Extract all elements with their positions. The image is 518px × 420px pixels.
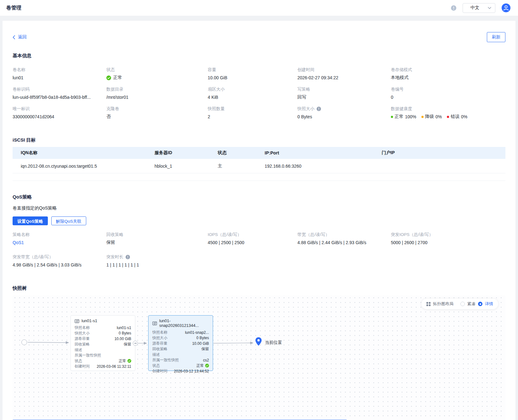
field-burst-bandwidth: 突发带宽（总/读/写） 4.98 GiB/s | 2.54 GiB/s | 3.…	[13, 254, 106, 268]
status-text: 正常	[113, 75, 122, 81]
table-row: iqn.2012-08.cn.ctyunapi.oos:target01.5 h…	[13, 159, 505, 173]
notice-icon[interactable]	[451, 5, 456, 11]
iscsi-title: iSCSI 目标	[13, 137, 505, 143]
layout-label: 拓扑图布局	[433, 301, 453, 307]
health-degraded-dot	[421, 116, 424, 118]
field-unique-id: 唯一标识 330000000741d2064	[13, 106, 106, 120]
field-vol-no: 卷编号 0	[391, 87, 505, 100]
field-iops: IOPS（总/读/写） 4500 | 2500 | 2500	[208, 232, 297, 245]
compact-label[interactable]: 紧凑	[467, 301, 476, 307]
detail-label[interactable]: 详情	[485, 301, 493, 307]
field-data-dir: 数据目录 /mnt/stor01	[106, 87, 208, 100]
field-snap-count: 快照数量 2	[208, 106, 297, 120]
server-cell: hblock_1	[155, 164, 218, 169]
chevron-left-icon	[13, 35, 15, 39]
field-burst-duration: 突发时长 1 | 1 | 1 | 1 | 1 | 1	[106, 254, 208, 268]
health-normal: 正常 100%	[391, 114, 416, 120]
field-sector-size: 扇区大小 4 KiB	[208, 87, 297, 100]
field-vol-id: 卷标识码 lun-uuid-8f59f7b8-0a18-4d5a-b903-bf…	[13, 87, 106, 100]
table-footer	[13, 173, 505, 181]
detail-panel: 返回 刷新 基本信息 卷名称 lun01 状态 正常 容量 10.00 GiB …	[3, 21, 515, 420]
page-title: 卷管理	[6, 5, 21, 11]
health-error: 错误 0%	[447, 114, 467, 120]
iscsi-table-header: IQN名称 服务器ID 状态 IP:Port 门户IP	[13, 147, 505, 159]
grid-layout-icon	[426, 302, 431, 306]
status-ok-icon	[106, 76, 111, 80]
field-created: 创建时间 2026-02-27 09:34:22	[297, 67, 391, 81]
user-avatar[interactable]	[502, 3, 510, 12]
field-reclaim-policy: 回收策略 保留	[106, 232, 208, 245]
field-storage-mode: 卷存储模式 本地模式	[391, 67, 505, 81]
basic-info-grid: 卷名称 lun01 状态 正常 容量 10.00 GiB 创建时间 2026-0…	[13, 67, 505, 120]
field-vol-name: 卷名称 lun01	[13, 67, 106, 81]
tree-root-node[interactable]	[21, 339, 27, 345]
back-link[interactable]: 返回	[13, 34, 27, 40]
health-normal-dot	[391, 116, 393, 118]
location-pin-icon	[255, 337, 262, 346]
field-snap-size: 快照大小 0 Bytes	[297, 106, 391, 120]
snapshot-tree-title: 快照树	[13, 285, 505, 291]
snapshot-icon	[152, 321, 157, 325]
status-cell: 主	[218, 163, 265, 169]
set-qos-button[interactable]: 设置QoS策略	[13, 216, 48, 225]
field-capacity: 容量 10.00 GiB	[208, 67, 297, 81]
language-select[interactable]: 中文	[463, 3, 495, 13]
app-header: 卷管理 中文	[0, 0, 518, 16]
collapse-node-icon[interactable]	[133, 341, 138, 346]
snapshot-icon	[75, 319, 79, 323]
qos-title: QoS策略	[13, 194, 505, 200]
unbind-qos-button[interactable]: 解除QoS关联	[51, 216, 86, 225]
compact-radio[interactable]	[460, 302, 465, 306]
health-degraded: 降级 0%	[421, 114, 442, 120]
iscsi-table: IQN名称 服务器ID 状态 IP:Port 门户IP iqn.2012-08.…	[13, 147, 505, 181]
field-data-health: 数据健康度 正常 100% 降级 0% 错误 0%	[391, 106, 505, 120]
current-position-label: 当前位置	[265, 340, 282, 345]
ip-port-cell: 192.168.0.66:3260	[265, 164, 382, 169]
status-ok-icon	[127, 359, 131, 363]
field-clone: 克隆卷 否	[106, 106, 208, 120]
detail-radio[interactable]	[478, 302, 482, 306]
refresh-button[interactable]: 刷新	[487, 32, 505, 42]
tree-toolbar: 拓扑图布局 紧凑 详情	[421, 299, 498, 309]
health-error-dot	[447, 116, 449, 118]
snapshot-card-lun01-s1[interactable]: lun01-s1 快照名称lun01-s1 快照大小0 Bytes 源卷容量10…	[70, 315, 135, 371]
language-value: 中文	[470, 5, 479, 11]
field-bandwidth: 带宽（总/读/写） 4.88 GiB/s | 2.44 GiB/s | 2.93…	[297, 232, 391, 245]
field-status: 状态 正常	[106, 67, 208, 81]
field-policy-name: 策略名称 QoS1	[13, 232, 106, 245]
status-ok-icon	[205, 364, 209, 367]
field-burst-iops: 突发IOPS（总/读/写） 5000 | 2600 | 2700	[391, 232, 505, 245]
info-icon[interactable]	[317, 107, 321, 111]
qos-policy-link[interactable]: QoS1	[13, 240, 24, 245]
info-icon[interactable]	[126, 255, 130, 259]
field-write-policy: 写策略 回写	[297, 87, 391, 100]
qos-subtitle: 卷直接指定的QoS策略	[13, 205, 505, 211]
qos-grid: 策略名称 QoS1 回收策略 保留 IOPS（总/读/写） 4500 | 250…	[13, 232, 505, 268]
current-position-marker: 当前位置	[255, 337, 282, 346]
iqn-cell: iqn.2012-08.cn.ctyunapi.oos:target01.5	[13, 164, 155, 169]
basic-info-title: 基本信息	[13, 53, 505, 59]
snapshot-card-lun01-snap[interactable]: lun01-snap202603121344... 快照名称lun01-snap…	[148, 315, 213, 371]
snapshot-tree-canvas[interactable]: 拓扑图布局 紧凑 详情 lun01-s1 快照名称lun01-s1 快照大小0 …	[13, 295, 505, 420]
chevron-down-icon	[488, 7, 491, 9]
